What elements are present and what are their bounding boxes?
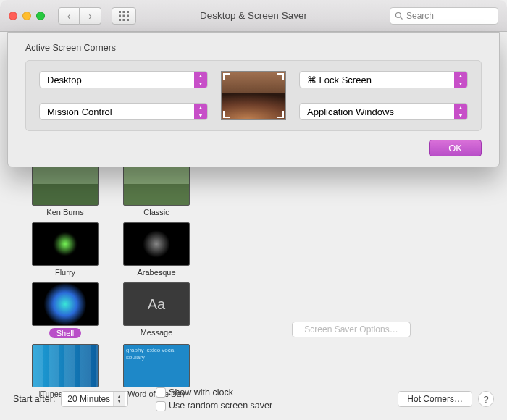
stepper-icon: ▲▼ <box>113 392 125 406</box>
screensaver-label: Ken Burns <box>46 208 83 217</box>
corner-select-bottom-right[interactable]: Application Windows▲▼ <box>299 103 468 120</box>
svg-rect-2 <box>127 11 129 13</box>
svg-rect-4 <box>123 14 125 17</box>
corner-select-top-left[interactable]: Desktop▲▼ <box>39 71 208 88</box>
back-button[interactable]: ‹ <box>58 7 80 25</box>
thumbnail-wotd: graphy lexico voca sbulary <box>123 344 190 387</box>
show-with-clock-checkbox[interactable]: Show with clock <box>156 387 272 398</box>
bottom-bar: Start after: 20 Minutes ▲▼ Show with clo… <box>13 387 494 411</box>
screensaver-label: Message <box>141 328 173 337</box>
nav-buttons: ‹ › <box>58 7 101 25</box>
screensaver-label: Flurry <box>55 268 75 277</box>
thumbnail-itunes <box>32 344 99 387</box>
hot-corners-button[interactable]: Hot Corners… <box>398 391 472 407</box>
thumbnail-message: Aa <box>123 282 190 326</box>
screensaver-item[interactable]: Classic <box>117 162 196 217</box>
stepper-icon: ▲▼ <box>194 72 207 88</box>
corner-select-bottom-left[interactable]: Mission Control▲▼ <box>39 103 208 120</box>
show-all-button[interactable] <box>112 7 136 25</box>
screensaver-label-selected: Shell <box>49 328 81 338</box>
start-after-label: Start after: <box>13 394 55 404</box>
toolbar: ‹ › Desktop & Screen Saver Search <box>0 0 507 32</box>
minimize-window-button[interactable] <box>22 12 31 20</box>
help-button[interactable]: ? <box>478 391 494 407</box>
svg-rect-3 <box>119 14 121 17</box>
stepper-icon: ▲▼ <box>194 104 207 119</box>
zoom-window-button[interactable] <box>36 12 45 20</box>
screensaver-item[interactable]: Ken Burns <box>26 162 104 217</box>
thumbnail-shell <box>32 282 99 326</box>
checkbox-icon <box>156 387 166 398</box>
svg-rect-1 <box>123 11 125 13</box>
thumbnail-flurry <box>32 222 99 266</box>
thumbnail-classic <box>123 162 190 206</box>
grid-icon <box>119 11 129 21</box>
screensaver-label: Arabesque <box>137 268 175 277</box>
svg-rect-7 <box>123 19 125 21</box>
random-screensaver-checkbox[interactable]: Use random screen saver <box>156 400 272 411</box>
screensaver-item[interactable]: AaMessage <box>117 282 196 338</box>
corner-select-top-right[interactable]: ⌘ Lock Screen▲▼ <box>299 71 468 88</box>
desktop-preview <box>221 71 286 120</box>
ok-button[interactable]: OK <box>429 140 482 156</box>
svg-rect-8 <box>127 19 129 21</box>
thumbnail-kenburns <box>32 162 99 206</box>
forward-button[interactable]: › <box>80 7 101 25</box>
svg-rect-0 <box>119 11 121 13</box>
search-icon <box>395 12 403 20</box>
window-controls <box>9 12 45 20</box>
screensaver-item[interactable]: Arabesque <box>117 222 196 277</box>
checkbox-icon <box>156 401 166 411</box>
svg-rect-5 <box>127 14 129 17</box>
stepper-icon: ▲▼ <box>454 72 467 88</box>
screensaver-item[interactable]: Shell <box>26 282 104 338</box>
start-after-select[interactable]: 20 Minutes ▲▼ <box>61 391 128 407</box>
svg-line-10 <box>401 17 403 19</box>
svg-point-9 <box>396 12 401 17</box>
stepper-icon: ▲▼ <box>454 104 467 119</box>
svg-rect-6 <box>119 19 121 21</box>
thumbnail-arabesque <box>123 222 190 266</box>
screensaver-item[interactable]: Flurry <box>26 222 104 277</box>
start-after-value: 20 Minutes <box>67 394 110 404</box>
hot-corners-sheet: Active Screen Corners Desktop▲▼ Mission … <box>7 32 500 167</box>
sheet-heading: Active Screen Corners <box>25 43 482 53</box>
screensaver-options-button[interactable]: Screen Saver Options… <box>292 322 410 337</box>
search-placeholder: Search <box>406 11 434 21</box>
sheet-body: Desktop▲▼ Mission Control▲▼ ⌘ Lock Scree… <box>25 60 482 131</box>
screensaver-label: Classic <box>143 208 169 217</box>
close-window-button[interactable] <box>9 12 17 20</box>
search-field[interactable]: Search <box>390 7 498 25</box>
